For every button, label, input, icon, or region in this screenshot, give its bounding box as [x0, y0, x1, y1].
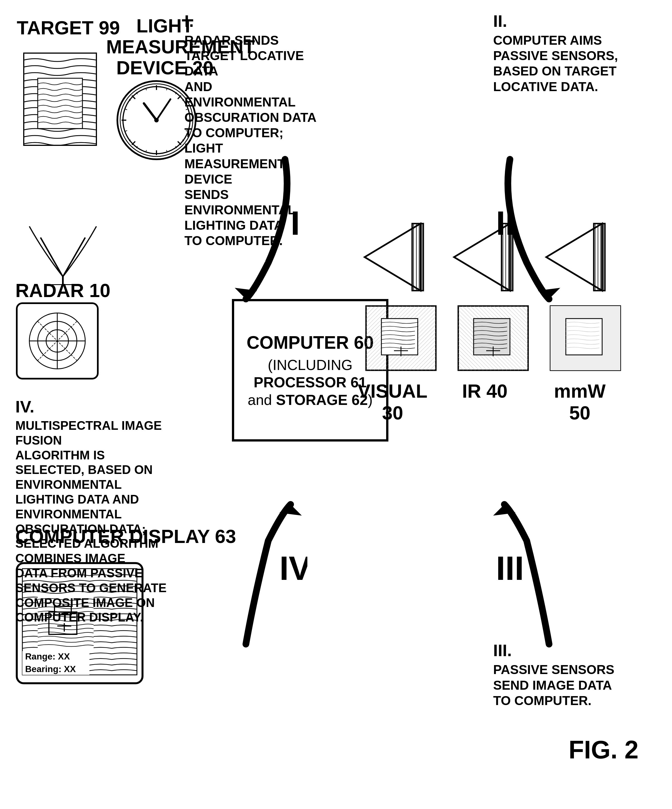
svg-text:II: II	[496, 204, 515, 242]
arrow-iv: IV	[229, 496, 307, 653]
svg-rect-88	[566, 319, 602, 355]
svg-text:IV: IV	[280, 549, 307, 587]
ir-label: IR 40	[449, 380, 521, 402]
arrow-i: I	[229, 151, 307, 307]
step-ii-roman: II.	[493, 11, 650, 31]
svg-rect-77	[381, 319, 418, 355]
svg-text:I: I	[291, 204, 300, 242]
step-iv-text: IV. MULTISPECTRAL IMAGE FUSION ALGORITHM…	[15, 397, 172, 625]
radar-screen	[15, 302, 99, 380]
page: FIG. 2 TARGET 99	[0, 0, 672, 809]
step-ii-text: II. COMPUTER AIMS PASSIVE SENSORS, BASED…	[493, 11, 650, 94]
visual-sensor-screen	[365, 305, 437, 372]
svg-text:Range: XX: Range: XX	[25, 651, 70, 661]
svg-text:III: III	[496, 549, 524, 587]
svg-rect-83	[474, 319, 510, 355]
visual-label: VISUAL 30	[356, 380, 429, 424]
arrow-iii: III	[488, 496, 566, 653]
mmw-sensor-screen	[549, 305, 622, 372]
visual-sensor-cone	[359, 218, 426, 296]
computer-main-label: COMPUTER 60	[246, 332, 374, 354]
step-ii-content: COMPUTER AIMS PASSIVE SENSORS, BASED ON …	[493, 33, 650, 94]
radar-graphic	[15, 212, 111, 285]
svg-rect-4	[38, 78, 82, 129]
step-i-roman: I.	[184, 11, 318, 31]
arrow-ii: II	[488, 151, 566, 307]
step-iii-content: PASSIVE SENSORS SEND IMAGE DATA TO COMPU…	[493, 662, 650, 708]
step-iv-roman: IV.	[15, 397, 172, 417]
svg-text:Bearing: XX: Bearing: XX	[25, 664, 76, 674]
mmw-label: mmW 50	[543, 380, 616, 424]
step-iv-content: MULTISPECTRAL IMAGE FUSION ALGORITHM IS …	[15, 418, 172, 625]
target-graphic	[15, 45, 105, 156]
fig-label: FIG. 2	[569, 735, 638, 764]
ir-sensor-screen	[457, 305, 530, 372]
target-label: TARGET 99	[17, 17, 120, 39]
